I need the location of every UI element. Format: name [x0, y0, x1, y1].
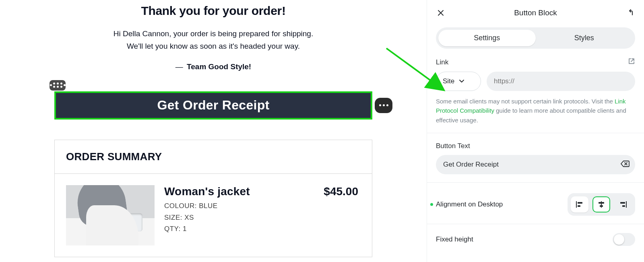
- email-preview: Thank you for your order! Hi Della Canno…: [0, 0, 427, 262]
- product-name: Woman's jacket: [164, 185, 314, 198]
- svg-rect-5: [599, 202, 604, 204]
- tab-settings[interactable]: Settings: [438, 30, 536, 46]
- link-url-input[interactable]: [487, 72, 635, 91]
- sidebar-title: Button Block: [514, 8, 557, 17]
- order-summary-card: ORDER SUMMARY Woman's jacket COLOUR: BLU…: [54, 140, 372, 257]
- intro-line-1: Hi Della Cannon, your order is being pre…: [68, 27, 358, 40]
- alignment-group: [568, 193, 635, 216]
- button-text-label: Button Text: [436, 142, 470, 150]
- product-image: [66, 185, 155, 245]
- button-text-input[interactable]: [436, 155, 635, 174]
- svg-rect-9: [622, 205, 625, 207]
- close-icon[interactable]: [436, 8, 446, 18]
- intro-line-2: We'll let you know as soon as it's heade…: [68, 40, 358, 52]
- product-qty: QTY: 1: [164, 223, 314, 235]
- product-price: $45.00: [324, 185, 361, 198]
- align-center-button[interactable]: [592, 196, 610, 212]
- order-item: Woman's jacket COLOUR: BLUE SIZE: XS QTY…: [55, 174, 372, 257]
- inspector-sidebar: Button Block Settings Styles Link Site: [427, 0, 644, 262]
- tab-styles[interactable]: Styles: [536, 30, 633, 46]
- link-hint: Some email clients may not support certa…: [436, 97, 635, 125]
- block-more-button[interactable]: [375, 98, 392, 113]
- hero-heading: Thank you for your order!: [0, 4, 427, 18]
- fixed-height-label: Fixed height: [436, 235, 473, 243]
- link-label: Link: [436, 58, 448, 66]
- svg-rect-8: [620, 202, 625, 204]
- order-summary-title: ORDER SUMMARY: [55, 140, 372, 174]
- chevron-down-icon: [459, 78, 464, 84]
- external-link-icon[interactable]: [628, 58, 635, 67]
- align-right-button[interactable]: [614, 196, 632, 212]
- fixed-height-toggle[interactable]: [613, 233, 635, 246]
- link-type-dropdown[interactable]: Site: [436, 72, 481, 91]
- product-size: SIZE: XS: [164, 212, 314, 224]
- drag-handle-icon[interactable]: [50, 80, 66, 91]
- svg-rect-3: [578, 205, 580, 207]
- product-colour: COLOUR: BLUE: [164, 200, 314, 212]
- tab-switch: Settings Styles: [436, 27, 635, 49]
- modified-indicator-icon: [430, 203, 433, 206]
- back-up-icon[interactable]: [625, 8, 635, 18]
- alignment-label: Alignment on Desktop: [436, 200, 503, 208]
- svg-rect-6: [600, 205, 603, 207]
- cta-button[interactable]: Get Order Receipt: [54, 91, 372, 120]
- clear-text-icon[interactable]: [621, 160, 630, 169]
- svg-rect-2: [578, 202, 582, 204]
- align-left-button[interactable]: [571, 196, 588, 212]
- cta-block[interactable]: Get Order Receipt: [54, 91, 372, 120]
- signature: — Team Good Style!: [0, 62, 427, 71]
